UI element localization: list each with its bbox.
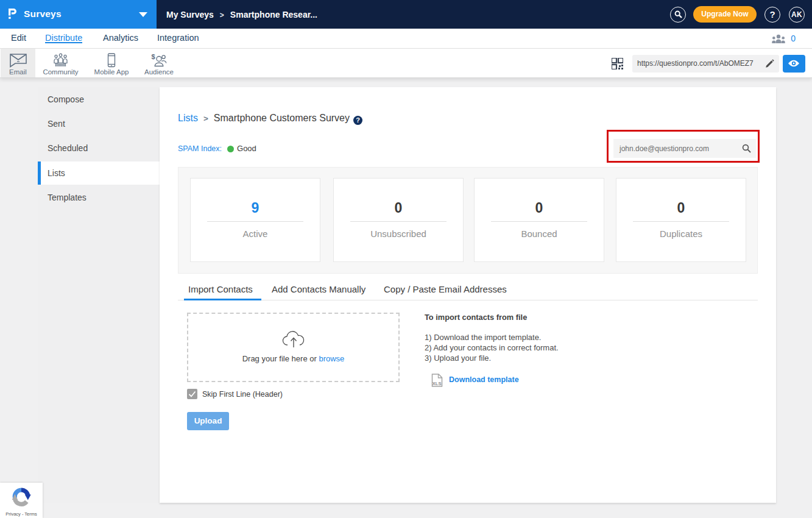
svg-text:$: $	[152, 53, 155, 60]
svg-text:XLS: XLS	[432, 381, 442, 386]
